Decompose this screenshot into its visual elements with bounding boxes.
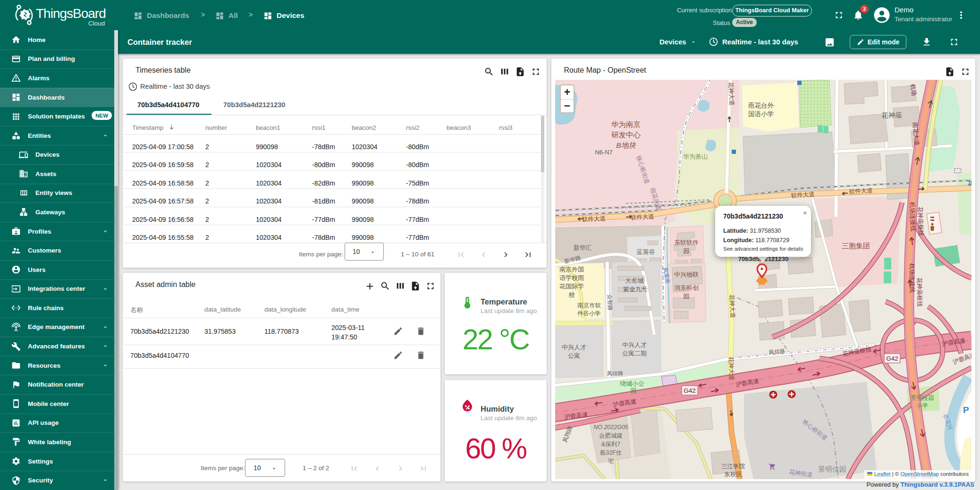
svg-text:机场连接线: 机场连接线 [908,263,915,293]
svg-text:B地块: B地块 [616,141,636,149]
svg-text:园: 园 [631,387,637,394]
svg-text:花: 花 [967,180,972,187]
svg-text:紫金九号: 紫金九号 [623,286,648,293]
svg-text:中兴物联: 中兴物联 [674,271,699,278]
svg-text:软件大道: 软件大道 [582,215,606,223]
svg-text:合肥城建: 合肥城建 [599,432,623,439]
svg-text:栋32F住: 栋32F住 [600,449,622,456]
svg-text:花神庙枢纽: 花神庙枢纽 [917,206,924,236]
svg-text:三江学院: 三江学院 [721,463,745,470]
svg-text:东校区: 东校区 [724,471,742,478]
svg-text:G42: G42 [886,355,898,362]
svg-text:研发中心: 研发中心 [611,131,641,139]
svg-text:景明佳园: 景明佳园 [911,395,934,401]
svg-text:花神庙: 花神庙 [881,111,902,119]
svg-text:&保利7: &保利7 [601,441,620,448]
svg-text:小学: 小学 [917,402,929,409]
svg-text:中兴人才: 中兴人才 [622,341,647,348]
svg-text:新华汇: 新华汇 [574,244,592,251]
svg-text:语学校雨: 语学校雨 [559,274,584,281]
svg-text:公寓: 公寓 [568,352,580,359]
svg-text:花神大道: 花神大道 [728,294,736,318]
svg-text:花神庙枢纽: 花神庙枢纽 [916,277,923,307]
svg-text:雨花台外: 雨花台外 [748,102,774,109]
svg-text:公寓二期: 公寓二期 [622,350,647,357]
svg-text:软件大道: 软件大道 [630,213,654,221]
svg-text:宅: 宅 [608,458,614,465]
svg-text:NO.2022G05: NO.2022G05 [593,424,628,431]
svg-text:绕城小公: 绕城小公 [620,380,644,387]
svg-text:花神大道: 花神大道 [727,81,735,106]
svg-text:东软软件: 东软软件 [674,239,699,246]
svg-text:华为南京: 华为南京 [611,120,641,128]
svg-text:件谷小学: 件谷小学 [577,310,601,317]
svg-text:蓝筹谷: 蓝筹谷 [637,248,655,255]
svg-text:G42: G42 [684,387,696,394]
svg-text:花国际学: 花国际学 [559,283,584,290]
svg-text:润东科创: 润东科创 [674,284,699,291]
svg-text:众智路: 众智路 [607,294,613,311]
svg-text:南京外国: 南京外国 [559,266,584,273]
svg-text:凤信路: 凤信路 [607,371,624,376]
svg-text:P: P [963,405,969,415]
svg-text:园: 园 [684,247,690,254]
svg-text:校: 校 [569,291,575,298]
svg-text:花神大道: 花神大道 [727,356,735,380]
svg-text:国语小学: 国语小学 [748,110,774,118]
svg-text:机场连接线: 机场连接线 [909,201,916,231]
svg-text:南京市软: 南京市软 [577,302,601,309]
svg-text:大名城·: 大名城· [625,277,645,284]
svg-text:景明佳园: 景明佳园 [818,465,846,473]
svg-text:园: 园 [684,293,690,300]
svg-text:N6-N7: N6-N7 [595,149,613,156]
svg-text:华为茶山: 华为茶山 [683,153,708,160]
svg-text:三胞集团: 三胞集团 [842,242,870,250]
svg-text:中兴人才: 中兴人才 [562,344,586,351]
